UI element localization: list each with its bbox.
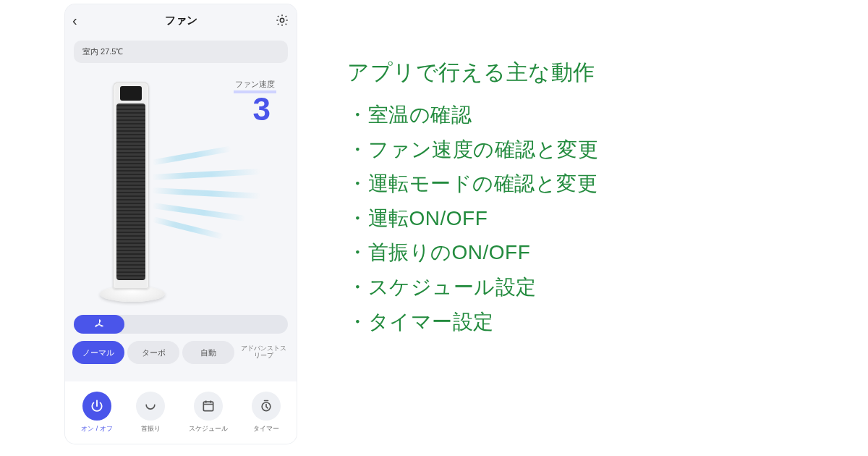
bottom-toolbar: オン / オフ 首振り スケジュール xyxy=(65,381,297,444)
feature-item: 室温の確認 xyxy=(347,98,598,132)
back-icon[interactable]: ‹ xyxy=(72,13,77,28)
svg-point-0 xyxy=(280,18,284,22)
svg-rect-2 xyxy=(203,402,213,411)
toolbar-schedule[interactable]: スケジュール xyxy=(189,392,228,434)
feature-item: 運転ON/OFF xyxy=(347,201,598,236)
fan-speed-slider[interactable] xyxy=(74,315,288,334)
fan-icon xyxy=(93,318,106,331)
toolbar-power[interactable]: オン / オフ xyxy=(81,392,113,434)
mode-advanced-sleep[interactable]: アドバンストスリープ xyxy=(237,341,289,364)
calendar-icon xyxy=(194,392,223,421)
room-temp-pill: 室内 27.5℃ xyxy=(74,41,288,63)
toolbar-swing[interactable]: 首振り xyxy=(136,392,165,434)
feature-heading: アプリで行える主な動作 xyxy=(347,58,598,88)
feature-item: タイマー設定 xyxy=(347,305,598,339)
feature-item: 首振りのON/OFF xyxy=(347,235,598,270)
mode-auto[interactable]: 自動 xyxy=(182,341,234,364)
phone-screenshot: ‹ ファン 室内 27.5℃ ファン速度 3 xyxy=(65,4,297,444)
toolbar-schedule-label: スケジュール xyxy=(189,424,228,434)
page-title: ファン xyxy=(165,14,197,28)
timer-icon xyxy=(252,392,281,421)
fan-visual-area: ファン速度 3 xyxy=(65,66,297,312)
toolbar-timer-label: タイマー xyxy=(253,424,279,434)
feature-list: アプリで行える主な動作 室温の確認 ファン速度の確認と変更 運転モードの確認と変… xyxy=(347,58,598,339)
fan-speed-slider-knob[interactable] xyxy=(74,315,124,334)
toolbar-power-label: オン / オフ xyxy=(81,424,113,434)
toolbar-timer[interactable]: タイマー xyxy=(252,392,281,434)
room-temp-text: 室内 27.5℃ xyxy=(82,46,123,57)
fan-speed-value: 3 xyxy=(253,93,271,125)
feature-item: ファン速度の確認と変更 xyxy=(347,132,598,167)
air-flow-graphic xyxy=(152,153,260,232)
toolbar-swing-label: 首振り xyxy=(141,424,161,434)
mode-row: ノーマル ターボ 自動 アドバンストスリープ xyxy=(72,341,289,364)
mode-normal[interactable]: ノーマル xyxy=(72,341,124,364)
power-icon xyxy=(82,392,111,421)
app-header: ‹ ファン xyxy=(65,4,297,36)
fan-illustration xyxy=(100,82,165,306)
gear-icon[interactable] xyxy=(275,13,289,28)
feature-item: スケジュール設定 xyxy=(347,270,598,305)
swing-icon xyxy=(136,392,165,421)
mode-turbo[interactable]: ターボ xyxy=(127,341,179,364)
feature-item: 運転モードの確認と変更 xyxy=(347,166,598,201)
